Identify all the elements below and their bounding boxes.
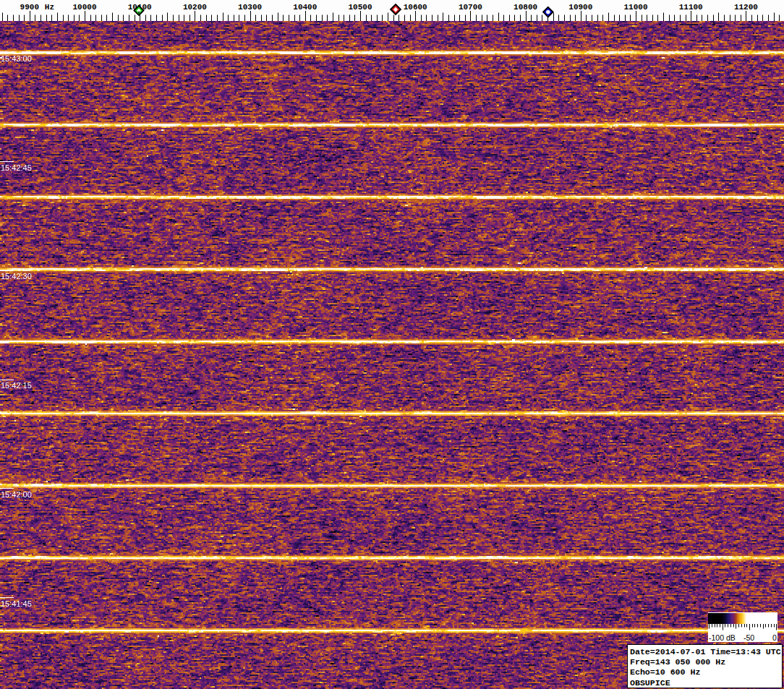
- svg-text:10900: 10900: [568, 3, 592, 12]
- svg-text:10200: 10200: [183, 3, 207, 12]
- svg-text:11200: 11200: [734, 3, 758, 12]
- svg-text:11100: 11100: [679, 3, 703, 12]
- svg-text:9900: 9900: [20, 3, 39, 12]
- svg-text:10500: 10500: [348, 3, 372, 12]
- svg-text:10700: 10700: [459, 3, 482, 12]
- svg-text:10400: 10400: [293, 3, 317, 12]
- svg-text:10000: 10000: [72, 3, 96, 12]
- svg-text:10300: 10300: [238, 3, 262, 12]
- svg-text:10600: 10600: [404, 3, 427, 12]
- svg-text:11000: 11000: [623, 3, 647, 12]
- svg-text:10800: 10800: [514, 3, 537, 12]
- svg-text:Hz: Hz: [45, 3, 54, 12]
